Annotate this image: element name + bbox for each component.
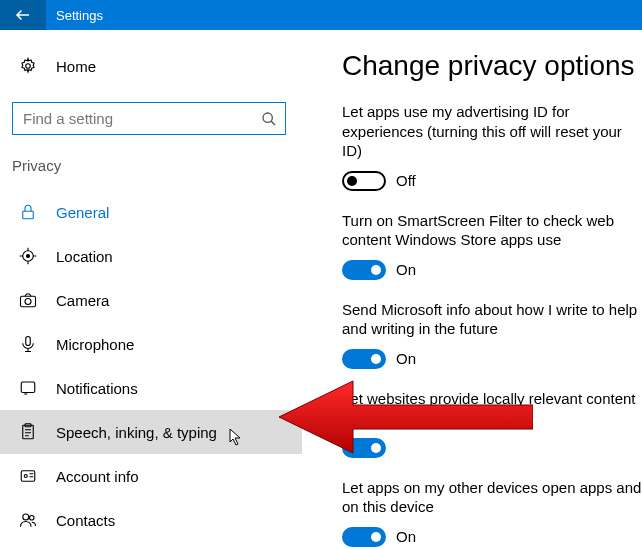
toggle-switch[interactable] xyxy=(342,349,386,369)
privacy-block: Let apps use my advertising ID for exper… xyxy=(342,102,642,191)
sidebar-item-label: General xyxy=(56,204,109,221)
svg-point-12 xyxy=(24,475,27,478)
nav-home[interactable]: Home xyxy=(0,48,302,84)
account-icon xyxy=(18,466,38,486)
toggle[interactable] xyxy=(342,438,642,458)
sidebar-item-account[interactable]: Account info xyxy=(0,454,302,498)
sidebar-item-label: Contacts xyxy=(56,512,115,529)
main-panel: Change privacy options Let apps use my a… xyxy=(302,30,642,549)
notifications-icon xyxy=(18,378,38,398)
toggle[interactable]: On xyxy=(342,349,642,369)
toggle-label: Off xyxy=(396,172,416,189)
search-icon xyxy=(261,111,277,127)
block-text: Send Microsoft info about how I write to… xyxy=(342,300,642,339)
camera-icon xyxy=(18,290,38,310)
back-button[interactable] xyxy=(0,0,46,30)
toggle-switch[interactable] xyxy=(342,438,386,458)
block-text: Let apps on my other devices open apps a… xyxy=(342,478,642,517)
block-text: Let websites provide locally relevant co… xyxy=(342,389,642,428)
contacts-icon xyxy=(18,510,38,530)
svg-point-4 xyxy=(27,255,30,258)
gear-icon xyxy=(18,56,38,76)
search-box[interactable] xyxy=(12,102,286,135)
location-icon xyxy=(18,246,38,266)
sidebar-item-notifications[interactable]: Notifications xyxy=(0,366,302,410)
sidebar-item-label: Speech, inking, & typing xyxy=(56,424,217,441)
microphone-icon xyxy=(18,334,38,354)
sidebar-item-speech[interactable]: Speech, inking, & typing xyxy=(0,410,302,454)
privacy-block: Turn on SmartScreen Filter to check web … xyxy=(342,211,642,280)
lock-icon xyxy=(18,202,38,222)
svg-point-0 xyxy=(26,64,31,69)
sidebar-item-label: Location xyxy=(56,248,113,265)
toggle[interactable]: On xyxy=(342,527,642,547)
privacy-block: Let websites provide locally relevant co… xyxy=(342,389,642,458)
privacy-block: Send Microsoft info about how I write to… xyxy=(342,300,642,369)
sidebar-item-location[interactable]: Location xyxy=(0,234,302,278)
svg-rect-8 xyxy=(21,382,35,393)
sidebar-item-label: Account info xyxy=(56,468,139,485)
svg-rect-2 xyxy=(23,211,34,219)
toggle-switch[interactable] xyxy=(342,260,386,280)
arrow-left-icon xyxy=(14,6,32,24)
sidebar-item-label: Microphone xyxy=(56,336,134,353)
svg-rect-5 xyxy=(21,296,36,307)
sidebar-item-label: Notifications xyxy=(56,380,138,397)
sidebar: Home Privacy General Location Camera Mic… xyxy=(0,30,302,549)
toggle-label: On xyxy=(396,261,416,278)
nav-home-label: Home xyxy=(56,58,96,75)
toggle-switch[interactable] xyxy=(342,171,386,191)
svg-rect-7 xyxy=(26,337,31,346)
toggle[interactable]: On xyxy=(342,260,642,280)
privacy-block: Let apps on my other devices open apps a… xyxy=(342,478,642,547)
block-text: Turn on SmartScreen Filter to check web … xyxy=(342,211,642,250)
section-label: Privacy xyxy=(0,147,302,190)
sidebar-item-general[interactable]: General xyxy=(0,190,302,234)
svg-point-1 xyxy=(263,113,272,122)
block-text: Let apps use my advertising ID for exper… xyxy=(342,102,642,161)
clipboard-icon xyxy=(18,422,38,442)
cursor-icon xyxy=(229,428,243,446)
toggle-label: On xyxy=(396,350,416,367)
sidebar-item-camera[interactable]: Camera xyxy=(0,278,302,322)
toggle[interactable]: Off xyxy=(342,171,642,191)
page-title: Change privacy options xyxy=(342,50,642,82)
toggle-switch[interactable] xyxy=(342,527,386,547)
svg-point-13 xyxy=(23,514,29,520)
window-title: Settings xyxy=(46,8,103,23)
svg-point-6 xyxy=(25,299,31,305)
toggle-label: On xyxy=(396,528,416,545)
search-input[interactable] xyxy=(23,110,261,127)
title-bar: Settings xyxy=(0,0,642,30)
sidebar-item-microphone[interactable]: Microphone xyxy=(0,322,302,366)
sidebar-item-contacts[interactable]: Contacts xyxy=(0,498,302,542)
svg-point-14 xyxy=(30,516,35,521)
svg-rect-11 xyxy=(21,471,35,482)
sidebar-item-label: Camera xyxy=(56,292,109,309)
